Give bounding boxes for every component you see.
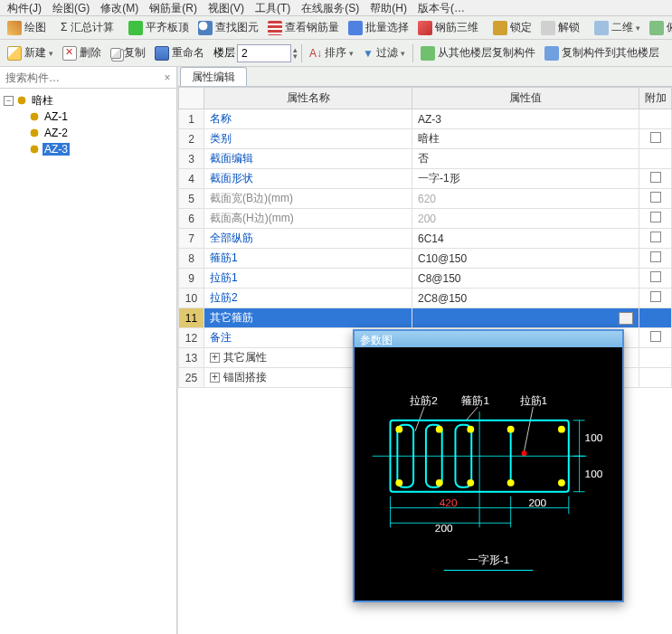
menu-item[interactable]: 工具(T) [251,0,294,15]
property-value[interactable]: AZ-3 [412,109,639,129]
table-row[interactable]: 11其它箍筋⋯ [179,308,672,328]
table-row[interactable]: 10拉筋22C8@150 [179,289,672,308]
menu-item[interactable]: 钢筋量(R) [146,0,201,15]
checkbox[interactable] [650,212,661,222]
property-value[interactable]: 200 [412,209,639,229]
row-number: 11 [179,308,204,328]
menu-item[interactable]: 在线服务(S) [298,0,363,15]
property-name: 拉筋2 [204,289,412,308]
sum-button[interactable]: Σ 汇总计算 [57,18,118,37]
checkbox[interactable] [650,192,661,203]
property-name: 截面形状 [204,169,412,189]
2d-dropdown[interactable]: 二维▾ [591,18,644,37]
property-value[interactable]: 否 [412,149,639,169]
tree-item[interactable]: AZ-3 [29,141,173,157]
svg-point-15 [436,426,443,433]
view-dropdown[interactable]: 俯视 [646,18,672,37]
svg-text:100: 100 [585,431,603,444]
level-icon [128,21,143,35]
checkbox[interactable] [650,172,661,183]
new-icon [7,46,22,61]
search-input[interactable] [0,67,158,88]
table-row[interactable]: 2类别暗柱 [179,129,672,149]
expand-icon[interactable]: + [210,353,220,363]
tree-item[interactable]: AZ-1 [29,109,173,125]
svg-text:420: 420 [440,497,458,509]
row-number: 2 [179,129,204,149]
delete-button[interactable]: 删除 [59,43,105,62]
tree-root-label: 暗柱 [30,93,55,109]
checkbox[interactable] [650,251,661,262]
property-value[interactable]: C8@150 [412,269,639,289]
pencil-icon [7,21,22,35]
toolbar-component: 新建▾ 删除 复制 重命名 楼层 ▴▾ A↓排序▾ ▼过滤▾ 从其他楼层复制构件… [0,40,672,67]
tab-properties[interactable]: 属性编辑 [180,67,247,86]
table-row[interactable]: 9拉筋1C8@150 [179,269,672,289]
rename-icon [155,46,169,61]
floor-spinner[interactable]: ▴▾ [293,47,298,59]
checkbox[interactable] [650,271,661,282]
copy-from-floor-button[interactable]: 从其他楼层复制构件 [417,43,539,62]
property-value[interactable]: 620 [412,189,639,209]
property-value[interactable]: ⋯ [412,308,639,328]
find-element-button[interactable]: 查找图元 [194,18,262,37]
new-button[interactable]: 新建▾ [4,43,57,62]
table-row[interactable]: 6截面高(H边)(mm)200 [179,209,672,229]
menu-item[interactable]: 修改(M) [97,0,142,15]
svg-point-20 [436,479,443,487]
gear-icon [29,144,40,155]
svg-text:一字形-1: 一字形-1 [468,554,510,566]
tree-item-label: AZ-1 [43,110,70,123]
property-value[interactable]: 2C8@150 [412,289,639,308]
menu-item[interactable]: 版本号(… [414,0,469,15]
lock-icon [493,21,507,35]
row-number: 4 [179,169,204,189]
flat-button[interactable]: 平齐板顶 [125,18,193,37]
ellipsis-button[interactable]: ⋯ [619,312,633,325]
property-value[interactable]: 暗柱 [412,129,639,149]
unlock-button[interactable]: 解锁 [537,18,583,37]
svg-line-4 [466,407,478,421]
property-name: 截面高(H边)(mm) [204,209,412,229]
filter-button[interactable]: ▼过滤▾ [359,43,409,62]
lock-button[interactable]: 锁定 [489,18,535,37]
view-rebar-button[interactable]: 查看钢筋量 [264,18,343,37]
checkbox[interactable] [650,232,661,242]
property-value[interactable]: 一字-1形 [412,169,639,189]
attach-cell [639,348,672,368]
svg-point-23 [558,479,565,487]
clear-search-button[interactable]: × [158,67,176,88]
attach-cell [639,169,672,189]
collapse-icon[interactable]: − [4,96,14,106]
table-row[interactable]: 5截面宽(B边)(mm)620 [179,189,672,209]
menu-item[interactable]: 视图(V) [204,0,248,15]
tree-item[interactable]: AZ-2 [29,125,173,141]
menu-item[interactable]: 帮助(H) [366,0,411,15]
component-tree: − 暗柱 AZ-1 AZ-2 AZ-3 [0,89,176,161]
checkbox[interactable] [650,331,661,342]
rebar-3d-button[interactable]: 钢筋三维 [414,18,482,37]
property-value[interactable]: C10@150 [412,249,639,269]
checkbox[interactable] [650,291,661,302]
draw-button[interactable]: 绘图 [4,18,50,37]
row-number: 6 [179,209,204,229]
copy-to-floor-button[interactable]: 复制构件到其他楼层 [541,43,663,62]
checkbox[interactable] [650,132,661,143]
batch-select-button[interactable]: 批量选择 [345,18,412,37]
tree-root[interactable]: − 暗柱 [4,92,173,109]
expand-icon[interactable]: + [210,373,220,383]
property-value[interactable]: 6C14 [412,229,639,249]
menu-item[interactable]: 构件(J) [4,0,45,15]
svg-text:拉筋2: 拉筋2 [410,394,438,407]
table-row[interactable]: 8箍筋1C10@150 [179,249,672,269]
rename-button[interactable]: 重命名 [151,43,208,62]
table-row[interactable]: 7全部纵筋6C14 [179,229,672,249]
floor-input[interactable] [237,44,291,62]
export-icon [544,46,559,61]
table-row[interactable]: 3截面编辑否 [179,149,672,169]
copy-button[interactable]: 复制 [107,43,149,62]
sort-button[interactable]: A↓排序▾ [306,43,357,62]
table-row[interactable]: 4截面形状一字-1形 [179,169,672,189]
menu-item[interactable]: 绘图(G) [49,0,93,15]
table-row[interactable]: 1名称AZ-3 [179,109,672,129]
